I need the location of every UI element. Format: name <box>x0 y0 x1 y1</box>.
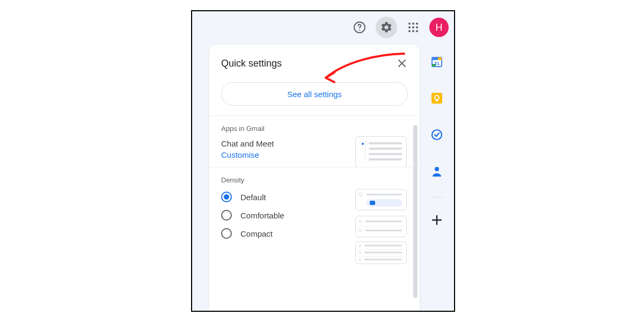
density-label: Comfortable <box>240 211 284 220</box>
svg-point-2 <box>408 23 411 25</box>
help-icon[interactable] <box>349 17 370 38</box>
density-option-comfortable[interactable]: Comfortable <box>221 210 408 221</box>
section-apps-in-gmail: Apps in Gmail Chat and Meet Customise <box>209 115 420 167</box>
scrollbar[interactable] <box>413 125 418 298</box>
account-avatar[interactable]: H <box>429 18 449 37</box>
svg-text:31: 31 <box>434 61 440 66</box>
quick-settings-panel: Quick settings See all settings Apps in … <box>209 45 420 312</box>
app-frame: H 31 <box>191 10 455 312</box>
svg-rect-16 <box>431 93 442 104</box>
svg-point-10 <box>416 30 418 32</box>
svg-rect-18 <box>436 100 438 101</box>
section-density: Density Default Comfortable <box>209 167 420 262</box>
section-title: Apps in Gmail <box>221 125 408 133</box>
density-label: Compact <box>240 229 273 238</box>
calendar-icon[interactable]: 31 <box>424 49 450 75</box>
side-divider <box>431 197 443 197</box>
svg-point-20 <box>435 167 439 171</box>
svg-point-3 <box>412 23 414 25</box>
svg-point-6 <box>412 26 414 28</box>
radio-compact[interactable] <box>221 228 232 239</box>
panel-header: Quick settings <box>209 45 420 77</box>
tasks-icon[interactable] <box>424 122 450 148</box>
svg-point-9 <box>412 30 414 32</box>
settings-gear-icon[interactable] <box>376 17 397 38</box>
svg-rect-13 <box>438 57 442 60</box>
svg-point-5 <box>408 26 411 28</box>
apps-thumbnail <box>355 136 407 167</box>
section-title: Density <box>221 176 408 184</box>
svg-point-7 <box>416 26 418 28</box>
svg-point-1 <box>359 30 360 31</box>
contacts-icon[interactable] <box>424 158 450 184</box>
add-addon-icon[interactable] <box>424 207 450 233</box>
density-label: Default <box>240 193 266 202</box>
avatar-initial: H <box>436 22 443 33</box>
density-thumb-compact <box>355 241 407 264</box>
close-icon[interactable] <box>394 55 410 71</box>
radio-comfortable[interactable] <box>221 210 232 221</box>
see-all-settings-button[interactable]: See all settings <box>221 82 408 106</box>
see-all-settings-label: See all settings <box>287 90 342 99</box>
side-rail: 31 <box>423 49 451 244</box>
density-thumb-default <box>355 189 407 210</box>
svg-point-19 <box>432 130 442 140</box>
svg-point-4 <box>416 23 418 25</box>
density-thumb-comfortable <box>355 216 407 237</box>
panel-title: Quick settings <box>221 58 282 69</box>
apps-grid-icon[interactable] <box>402 17 424 38</box>
svg-point-8 <box>408 30 411 32</box>
density-option-default[interactable]: Default <box>221 192 408 202</box>
keep-icon[interactable] <box>424 85 450 111</box>
radio-default[interactable] <box>221 192 232 202</box>
topbar: H <box>349 17 449 38</box>
